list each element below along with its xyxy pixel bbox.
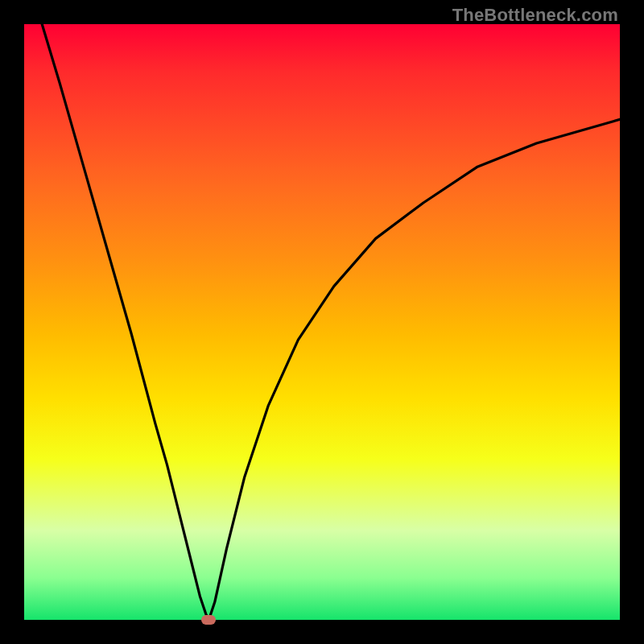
minimum-marker — [201, 615, 216, 625]
curve-path — [42, 24, 620, 620]
bottleneck-curve — [24, 24, 620, 620]
chart-frame: TheBottleneck.com — [0, 0, 644, 644]
plot-area — [24, 24, 620, 620]
watermark-text: TheBottleneck.com — [452, 5, 618, 26]
